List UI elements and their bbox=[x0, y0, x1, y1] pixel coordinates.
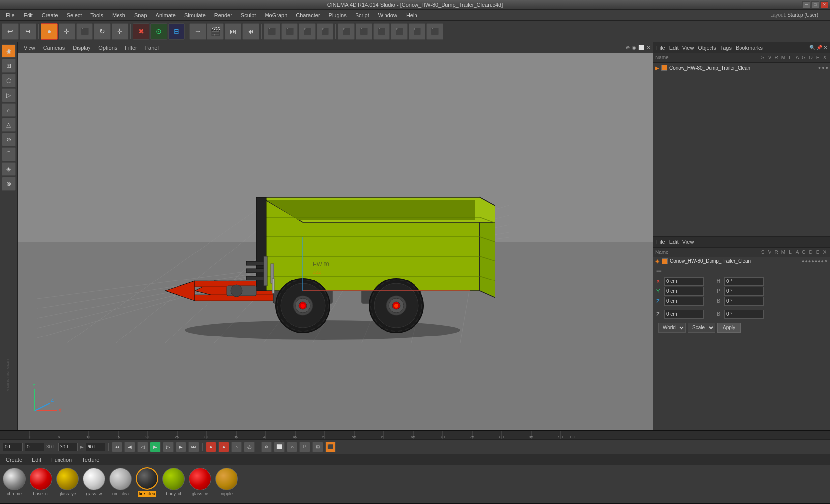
material-glass-re[interactable]: glass_re bbox=[189, 468, 211, 496]
obj-menu-file[interactable]: File bbox=[656, 45, 665, 51]
next-frame-button[interactable]: ▶ bbox=[176, 442, 186, 452]
mat-function-menu[interactable]: Function bbox=[48, 456, 75, 464]
motion-btn-6[interactable]: ⬛ bbox=[325, 442, 336, 452]
obj-menu-edit[interactable]: Edit bbox=[669, 45, 679, 51]
attrs-menu-file[interactable]: File bbox=[656, 239, 665, 245]
material-rim-clea[interactable]: rim_clea bbox=[109, 468, 132, 496]
x-axis-button[interactable]: ✖ bbox=[133, 23, 149, 40]
attrs-menu-view[interactable]: View bbox=[682, 239, 694, 245]
world-dropdown[interactable]: World bbox=[658, 323, 686, 333]
motion-btn-1[interactable]: ⊕ bbox=[261, 442, 272, 452]
display-menu[interactable]: Display bbox=[70, 44, 93, 52]
menu-help[interactable]: Help bbox=[402, 11, 421, 19]
obj-expand-icon[interactable]: ▶ bbox=[655, 65, 659, 71]
menu-render[interactable]: Render bbox=[210, 11, 236, 19]
record-button[interactable]: 🎬 bbox=[207, 23, 224, 40]
anim-btn-2[interactable]: ◎ bbox=[244, 442, 255, 452]
coord-x-input[interactable]: 0 cm bbox=[664, 277, 704, 286]
material-base-cl[interactable]: base_cl bbox=[30, 468, 52, 496]
coord-bx-input[interactable]: 0 ° bbox=[724, 310, 764, 319]
obj-menu-objects[interactable]: Objects bbox=[698, 45, 716, 51]
menu-snap[interactable]: Snap bbox=[130, 11, 151, 19]
polygon-mode-button[interactable]: ⬛ bbox=[317, 23, 333, 40]
coord-y-input[interactable]: 0 cm bbox=[664, 287, 704, 296]
scale-tool-button[interactable]: ⬛ bbox=[76, 23, 93, 40]
y-axis-button[interactable]: ⊙ bbox=[150, 23, 167, 40]
scale-dropdown[interactable]: Scale bbox=[688, 323, 715, 333]
plus-button[interactable]: ✛ bbox=[112, 23, 128, 40]
side-texture-button[interactable]: ⊞ bbox=[2, 59, 16, 73]
attrs-icon7[interactable]: ● bbox=[821, 259, 824, 264]
material-nipple[interactable]: nipple bbox=[215, 468, 238, 496]
material-glass-w[interactable]: glass_w bbox=[83, 468, 105, 496]
menu-script[interactable]: Script bbox=[352, 11, 373, 19]
selection-tool-button[interactable]: ● bbox=[41, 23, 58, 40]
vp-icon-1[interactable]: ⊕ bbox=[626, 45, 630, 50]
menu-select[interactable]: Select bbox=[63, 11, 86, 19]
obj-mode-button[interactable]: ⬛ bbox=[264, 23, 280, 40]
filter-menu[interactable]: Filter bbox=[122, 44, 140, 52]
menu-mesh[interactable]: Mesh bbox=[108, 11, 129, 19]
attrs-icon2[interactable]: ● bbox=[805, 259, 807, 264]
menu-edit[interactable]: Edit bbox=[20, 11, 37, 19]
obj-lock-icon[interactable]: ● bbox=[826, 65, 828, 70]
mat-create-menu[interactable]: Create bbox=[3, 456, 25, 464]
obj-menu-view[interactable]: View bbox=[682, 45, 694, 51]
side-poly-button[interactable]: ▷ bbox=[2, 88, 16, 102]
menu-simulate[interactable]: Simulate bbox=[180, 11, 209, 19]
obj-row-trailer[interactable]: ▶ Conow_HW-80_Dump_Trailer_Clean ● ● ● bbox=[653, 64, 830, 72]
menu-tools[interactable]: Tools bbox=[87, 11, 107, 19]
material-glass-ye[interactable]: glass_ye bbox=[56, 468, 79, 496]
rotate-tool-button[interactable]: ↻ bbox=[94, 23, 111, 40]
material-chrome[interactable]: chrome bbox=[3, 468, 26, 496]
vp-icon-4[interactable]: ✕ bbox=[646, 45, 650, 50]
side-curve-button[interactable]: ⌒ bbox=[2, 147, 16, 161]
attrs-icon1[interactable]: ● bbox=[802, 259, 804, 264]
motion-btn-4[interactable]: P bbox=[299, 442, 310, 452]
obj-render-icon[interactable]: ● bbox=[822, 65, 824, 70]
side-cross-button[interactable]: ⊗ bbox=[2, 177, 16, 191]
apply-button[interactable]: Apply bbox=[717, 323, 741, 333]
menu-animate[interactable]: Animate bbox=[152, 11, 179, 19]
viewport-3d[interactable]: Perspective bbox=[18, 53, 653, 430]
options-menu[interactable]: Options bbox=[95, 44, 120, 52]
attrs-icon8[interactable]: ✕ bbox=[824, 259, 828, 264]
minimize-button[interactable]: ─ bbox=[802, 1, 810, 8]
obj-pin-icon[interactable]: 📌 bbox=[816, 45, 822, 50]
camera-btn[interactable]: ⬛ bbox=[391, 23, 408, 40]
attrs-icon5[interactable]: ● bbox=[815, 259, 817, 264]
coord-h-input[interactable]: 0 ° bbox=[724, 277, 764, 286]
panel-menu[interactable]: Panel bbox=[142, 44, 162, 52]
obj-menu-tags[interactable]: Tags bbox=[720, 45, 732, 51]
attrs-icon6[interactable]: ● bbox=[818, 259, 820, 264]
goto-start-button[interactable]: ⏮ bbox=[112, 442, 122, 452]
vp-icon-2[interactable]: ◉ bbox=[632, 45, 636, 50]
menu-plugins[interactable]: Plugins bbox=[325, 11, 351, 19]
extra-btn[interactable]: ⬛ bbox=[409, 23, 425, 40]
material-tire-clea[interactable]: tire_clea bbox=[136, 467, 158, 497]
side-bp-button[interactable]: ⬡ bbox=[2, 74, 16, 87]
coord-b-input[interactable]: 0 ° bbox=[724, 297, 764, 306]
cube-btn[interactable]: ⬛ bbox=[356, 23, 372, 40]
obj-search-icon[interactable]: 🔍 bbox=[809, 45, 815, 50]
vp-icon-3[interactable]: ⬜ bbox=[638, 45, 644, 50]
next-key-button[interactable]: ⏭ bbox=[225, 23, 241, 40]
anim-btn-1[interactable]: ○ bbox=[231, 442, 242, 452]
menu-sculpt[interactable]: Sculpt bbox=[237, 11, 260, 19]
close-button[interactable]: ✕ bbox=[820, 1, 828, 8]
auto-key-button[interactable]: ● bbox=[218, 442, 229, 452]
menu-create[interactable]: Create bbox=[38, 11, 62, 19]
cameras-menu[interactable]: Cameras bbox=[40, 44, 68, 52]
edge-mode-button[interactable]: ⬛ bbox=[299, 23, 316, 40]
start-frame-field[interactable]: 0 F bbox=[25, 443, 44, 451]
coord-sx-input[interactable]: 0 cm bbox=[664, 310, 704, 319]
record-active-button[interactable]: ● bbox=[206, 442, 216, 452]
side-model-button[interactable]: ◉ bbox=[2, 44, 16, 58]
prev-play-button[interactable]: ◁ bbox=[137, 442, 148, 452]
end-frame-field[interactable]: 90 F bbox=[86, 443, 105, 451]
redo-button[interactable]: ↪ bbox=[20, 23, 36, 40]
side-tri-button[interactable]: △ bbox=[2, 118, 16, 132]
attrs-icon3[interactable]: ● bbox=[808, 259, 811, 264]
side-minus-button[interactable]: ⊖ bbox=[2, 133, 16, 146]
attrs-icon4[interactable]: ● bbox=[811, 259, 814, 264]
